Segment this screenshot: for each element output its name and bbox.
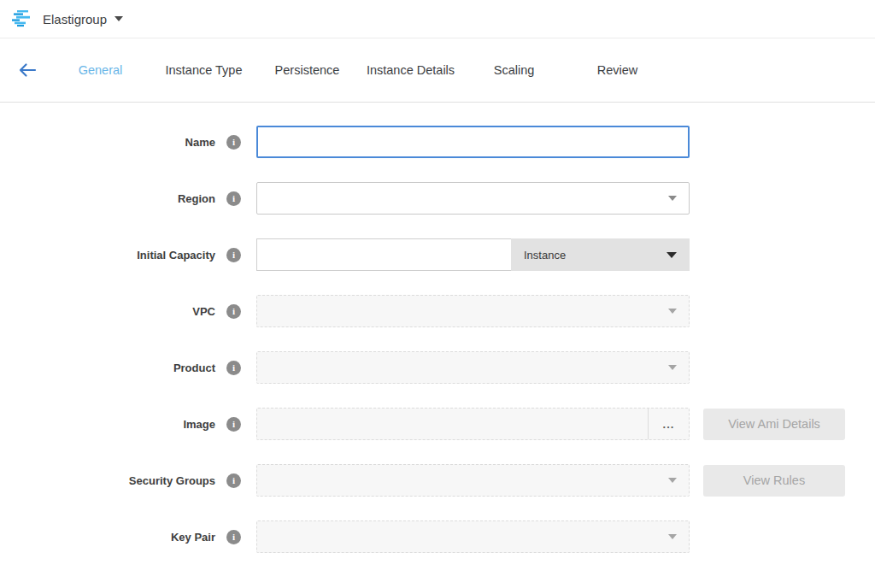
tab-general[interactable]: General bbox=[49, 58, 152, 82]
image-browse-button: ... bbox=[649, 409, 689, 439]
dropdown-caret-icon bbox=[668, 196, 677, 201]
info-icon[interactable]: i bbox=[226, 473, 241, 488]
elastigroup-logo-icon bbox=[11, 8, 33, 30]
dropdown-caret-icon bbox=[667, 252, 677, 258]
field-row-initial-capacity: Initial Capacity i Instance bbox=[0, 238, 875, 271]
dropdown-caret-icon bbox=[668, 478, 677, 483]
info-icon[interactable]: i bbox=[226, 417, 241, 432]
field-row-region: Region i bbox=[0, 182, 875, 215]
image-value bbox=[257, 409, 648, 439]
image-label: Image bbox=[0, 418, 215, 431]
general-form: Name i Region i Initial Capacity i Insta… bbox=[0, 103, 875, 553]
tab-scaling[interactable]: Scaling bbox=[462, 58, 566, 82]
field-row-key-pair: Key Pair i bbox=[0, 520, 875, 553]
region-label: Region bbox=[0, 192, 215, 205]
tab-instance-type[interactable]: Instance Type bbox=[152, 58, 255, 82]
security-groups-select bbox=[256, 464, 690, 497]
info-icon[interactable]: i bbox=[226, 191, 241, 206]
field-row-image: Image i ... View Ami Details bbox=[0, 408, 875, 440]
info-icon[interactable]: i bbox=[226, 304, 241, 319]
dropdown-caret-icon bbox=[668, 365, 677, 370]
field-row-security-groups: Security Groups i View Rules bbox=[0, 464, 875, 497]
capacity-unit-select[interactable]: Instance bbox=[511, 238, 690, 271]
info-icon[interactable]: i bbox=[226, 248, 241, 262]
key-pair-label: Key Pair bbox=[0, 531, 215, 544]
dropdown-caret-icon bbox=[668, 534, 677, 539]
view-rules-button: View Rules bbox=[703, 465, 845, 497]
tab-review[interactable]: Review bbox=[566, 58, 669, 82]
key-pair-select bbox=[256, 520, 690, 553]
wizard-tab-bar: General Instance Type Persistence Instan… bbox=[0, 38, 875, 103]
view-ami-details-button: View Ami Details bbox=[703, 409, 845, 440]
vpc-select bbox=[256, 295, 690, 327]
tabs: General Instance Type Persistence Instan… bbox=[49, 58, 669, 82]
info-icon[interactable]: i bbox=[226, 135, 241, 150]
top-bar: Elastigroup bbox=[0, 0, 875, 38]
name-input[interactable] bbox=[256, 126, 690, 158]
region-select[interactable] bbox=[256, 182, 690, 215]
product-select bbox=[256, 351, 690, 384]
tab-persistence[interactable]: Persistence bbox=[255, 58, 359, 82]
product-label: Product bbox=[0, 362, 215, 374]
vpc-label: VPC bbox=[0, 305, 215, 318]
chevron-down-icon bbox=[115, 16, 123, 21]
security-groups-label: Security Groups bbox=[0, 474, 215, 487]
info-icon[interactable]: i bbox=[226, 530, 241, 544]
tab-instance-details[interactable]: Instance Details bbox=[359, 58, 462, 82]
field-row-product: Product i bbox=[0, 351, 875, 384]
field-row-vpc: VPC i bbox=[0, 295, 875, 327]
initial-capacity-input[interactable] bbox=[256, 238, 511, 271]
name-label: Name bbox=[0, 136, 215, 149]
app-switcher[interactable]: Elastigroup bbox=[43, 12, 123, 26]
capacity-unit-value: Instance bbox=[524, 249, 566, 262]
info-icon[interactable]: i bbox=[226, 361, 241, 375]
app-name: Elastigroup bbox=[43, 12, 107, 26]
image-input: ... bbox=[256, 408, 690, 440]
dropdown-caret-icon bbox=[668, 309, 677, 314]
initial-capacity-label: Initial Capacity bbox=[0, 249, 215, 262]
field-row-name: Name i bbox=[0, 126, 875, 158]
back-arrow-icon bbox=[18, 62, 37, 78]
back-button[interactable] bbox=[18, 61, 37, 79]
